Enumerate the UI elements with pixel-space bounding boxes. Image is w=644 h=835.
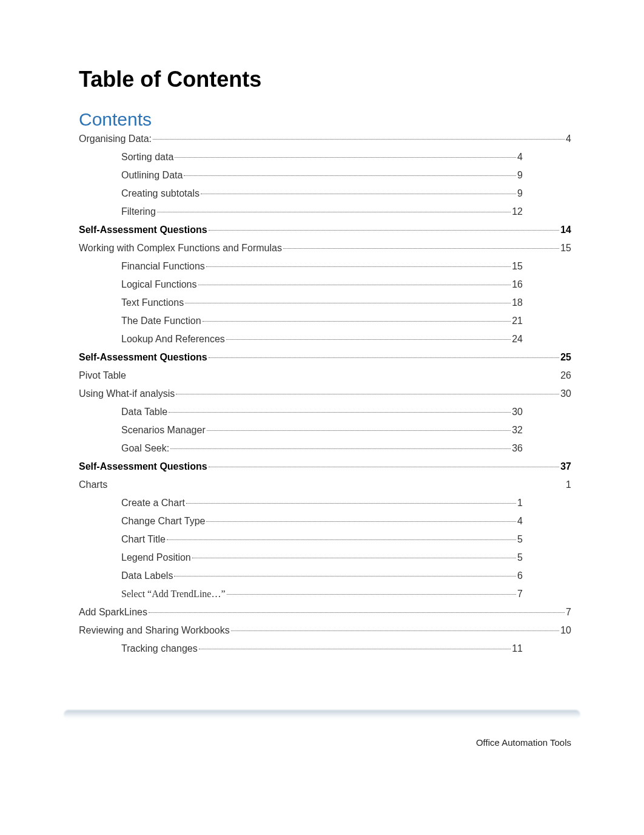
toc-entry-page: 4 — [566, 134, 571, 144]
toc-entry-label: Self-Assessment Questions — [79, 461, 207, 472]
toc-leader — [176, 394, 559, 394]
toc-entry-page: 15 — [560, 243, 571, 254]
toc-leader — [186, 503, 516, 504]
toc-leader — [231, 630, 559, 631]
table-of-contents: Organising Data:4Sorting data4Outlining … — [79, 134, 571, 654]
toc-leader — [226, 339, 511, 340]
toc-entry-label: Outlining Data — [121, 170, 183, 181]
toc-leader — [206, 521, 516, 522]
toc-entry-label: Organising Data: — [79, 134, 152, 144]
toc-entry-label: Text Functions — [121, 297, 184, 308]
toc-entry: Creating subtotals9 — [79, 188, 571, 199]
toc-entry-page: 6 — [517, 570, 523, 581]
toc-entry-label: Self-Assessment Questions — [79, 225, 207, 235]
toc-entry-page: 10 — [560, 625, 571, 636]
toc-leader — [174, 576, 516, 576]
toc-leader — [184, 175, 516, 176]
toc-entry: Sorting data4 — [79, 152, 571, 163]
toc-entry-page: 16 — [512, 279, 523, 290]
contents-heading: Contents — [79, 109, 571, 130]
toc-entry: Chart Title5 — [79, 534, 571, 545]
toc-entry: Filtering12 — [79, 206, 571, 217]
toc-entry: Using What-if analysis30 — [79, 388, 571, 399]
toc-entry-label: Create a Chart — [121, 498, 185, 509]
footer-text: Office Automation Tools — [476, 737, 571, 748]
toc-leader — [185, 303, 511, 303]
toc-leader — [198, 285, 511, 285]
toc-entry-page: 26 — [560, 370, 571, 381]
toc-entry: Logical Functions16 — [79, 279, 571, 290]
toc-entry: Financial Functions15 — [79, 261, 571, 272]
toc-leader — [192, 558, 516, 558]
toc-entry-label: Legend Position — [121, 552, 191, 563]
toc-entry: Lookup And References24 — [79, 334, 571, 345]
toc-entry: Data Table30 — [79, 407, 571, 418]
toc-entry-page: 11 — [512, 643, 523, 654]
toc-leader — [209, 230, 560, 231]
decorative-divider — [64, 710, 580, 720]
toc-entry-label: Data Labels — [121, 570, 173, 581]
toc-leader — [169, 412, 511, 413]
toc-entry-page: 37 — [560, 461, 571, 472]
toc-leader — [209, 467, 560, 467]
toc-entry: Add SparkLines7 — [79, 607, 571, 618]
toc-entry-page: 32 — [512, 425, 523, 436]
toc-entry-label: Working with Complex Functions and Formu… — [79, 243, 282, 254]
toc-entry-page: 9 — [517, 170, 523, 181]
toc-entry-page: 5 — [517, 552, 523, 563]
toc-entry: Self-Assessment Questions37 — [79, 461, 571, 472]
toc-entry: Reviewing and Sharing Workbooks10 — [79, 625, 571, 636]
toc-entry-page: 36 — [512, 443, 523, 454]
toc-leader — [149, 612, 565, 613]
toc-entry: Organising Data:4 — [79, 134, 571, 144]
toc-entry-label: Logical Functions — [121, 279, 197, 290]
toc-entry-label: Charts — [79, 479, 107, 490]
toc-entry-label: Financial Functions — [121, 261, 205, 272]
toc-entry: Tracking changes11 — [79, 643, 571, 654]
toc-entry: Charts1 — [79, 479, 571, 490]
toc-entry-label: Sorting data — [121, 152, 173, 163]
toc-entry-page: 30 — [512, 407, 523, 418]
toc-entry-page: 12 — [512, 206, 523, 217]
toc-entry: Data Labels6 — [79, 570, 571, 581]
toc-entry: Scenarios Manager32 — [79, 425, 571, 436]
toc-entry-page: 14 — [560, 225, 571, 235]
toc-entry: Change Chart Type4 — [79, 516, 571, 527]
toc-entry-label: Change Chart Type — [121, 516, 205, 527]
toc-leader — [167, 539, 516, 540]
toc-entry-label: Scenarios Manager — [121, 425, 206, 436]
toc-leader — [209, 357, 560, 358]
page-title: Table of Contents — [79, 67, 571, 92]
toc-entry-page: 4 — [517, 152, 523, 163]
toc-entry-page: 5 — [517, 534, 523, 545]
toc-entry-page: 1 — [566, 479, 571, 490]
toc-entry-page: 30 — [560, 388, 571, 399]
toc-leader — [153, 139, 565, 140]
toc-leader — [207, 430, 511, 431]
toc-entry: Working with Complex Functions and Formu… — [79, 243, 571, 254]
toc-leader — [203, 321, 511, 322]
toc-entry-label: Add SparkLines — [79, 607, 147, 618]
toc-entry: Outlining Data9 — [79, 170, 571, 181]
toc-leader — [201, 194, 516, 194]
toc-leader — [206, 266, 511, 267]
toc-entry-label: Filtering — [121, 206, 156, 217]
toc-entry-page: 25 — [560, 352, 571, 363]
toc-entry-label: Select “Add TrendLine…” — [121, 589, 226, 600]
toc-entry: Self-Assessment Questions14 — [79, 225, 571, 235]
toc-entry-label: Tracking changes — [121, 643, 198, 654]
toc-entry-label: Self-Assessment Questions — [79, 352, 207, 363]
toc-entry-page: 1 — [517, 498, 523, 509]
toc-entry-page: 24 — [512, 334, 523, 345]
toc-entry: Select “Add TrendLine…”7 — [79, 589, 571, 600]
toc-entry: Legend Position5 — [79, 552, 571, 563]
toc-entry-page: 15 — [512, 261, 523, 272]
toc-entry-label: Using What-if analysis — [79, 388, 175, 399]
document-page: Table of Contents Contents Organising Da… — [0, 0, 644, 835]
toc-entry-page: 4 — [517, 516, 523, 527]
toc-entry-label: Goal Seek: — [121, 443, 169, 454]
toc-leader — [283, 248, 559, 249]
toc-leader — [175, 157, 516, 158]
toc-entry: Goal Seek:36 — [79, 443, 571, 454]
toc-leader — [199, 649, 511, 649]
